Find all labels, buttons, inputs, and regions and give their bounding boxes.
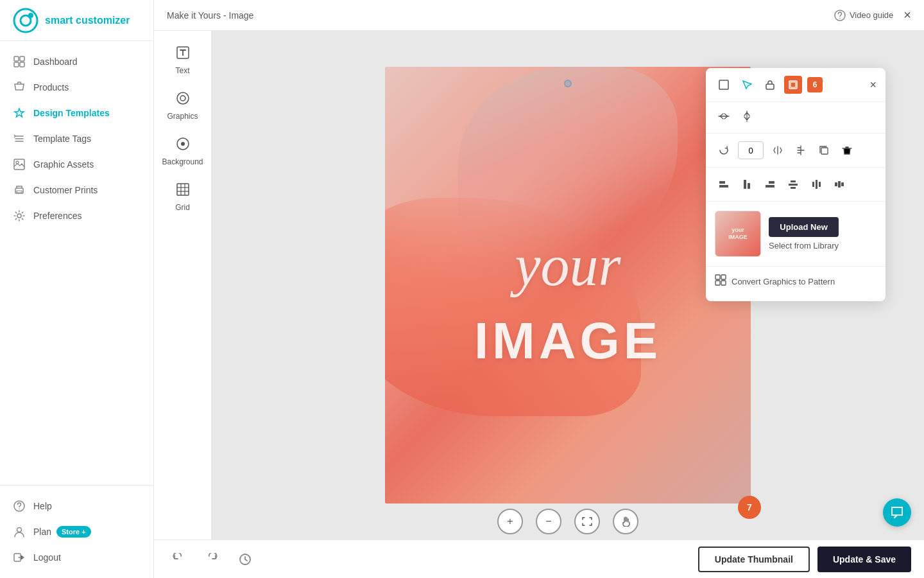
fit-button[interactable] xyxy=(574,509,600,534)
topbar-help[interactable]: Video guide xyxy=(834,10,893,21)
sidebar-nav: Dashboard Products Design Templates Temp… xyxy=(0,41,153,485)
tool-background[interactable]: Background xyxy=(160,130,206,173)
panel-crop-icon[interactable] xyxy=(784,76,802,94)
zoom-in-button[interactable]: + xyxy=(497,509,523,534)
sidebar-item-design-templates[interactable]: Design Templates xyxy=(0,100,153,126)
svg-rect-43 xyxy=(816,180,817,189)
svg-rect-50 xyxy=(715,281,720,285)
help-icon xyxy=(13,500,26,512)
panel-count-badge: 6 xyxy=(807,77,823,92)
svg-rect-6 xyxy=(20,62,24,67)
tools-panel: Text Graphics Background Grid xyxy=(154,31,212,539)
panel-arrows-row xyxy=(706,102,886,130)
panel-rotation-input[interactable] xyxy=(738,141,764,159)
sidebar-item-label: Logout xyxy=(33,552,61,563)
svg-rect-4 xyxy=(20,57,24,61)
panel-align-left-icon[interactable] xyxy=(715,175,733,193)
svg-point-11 xyxy=(17,214,21,218)
canvas-selection-dot xyxy=(564,80,572,87)
floating-panel: 6 × xyxy=(706,68,886,301)
undo-button[interactable] xyxy=(167,548,190,571)
svg-rect-49 xyxy=(721,275,726,279)
bottom-left-buttons xyxy=(167,548,257,571)
panel-align-icon[interactable] xyxy=(792,141,810,159)
plan-icon xyxy=(13,525,26,538)
sidebar-item-products[interactable]: Products xyxy=(0,74,153,100)
sidebar-item-plan[interactable]: Plan Store + xyxy=(0,519,153,545)
graphics-tool-label: Graphics xyxy=(167,112,198,121)
svg-rect-42 xyxy=(812,182,814,187)
topbar: Make it Yours - Image Video guide × xyxy=(154,0,924,31)
sidebar-item-customer-prints[interactable]: Customer Prints xyxy=(0,177,153,203)
panel-vertical-align-icon[interactable] xyxy=(738,107,756,125)
sidebar-item-graphic-assets[interactable]: Graphic Assets xyxy=(0,152,153,177)
svg-rect-48 xyxy=(715,275,720,279)
tool-graphics[interactable]: Graphics xyxy=(160,84,206,127)
sidebar-bottom: Help Plan Store + Logout xyxy=(0,485,153,578)
update-thumbnail-button[interactable]: Update Thumbnail xyxy=(698,547,810,572)
panel-header: 6 × xyxy=(706,68,886,102)
sidebar-item-template-tags[interactable]: Template Tags xyxy=(0,126,153,152)
canvas-container: your IMAGE + − 7 xyxy=(385,67,751,504)
redo-button[interactable] xyxy=(200,548,223,571)
svg-rect-5 xyxy=(14,62,19,67)
topbar-right: Video guide × xyxy=(834,8,911,22)
canvas-bottom-controls: + − xyxy=(497,509,638,534)
canvas-badge-7: 7 xyxy=(738,496,761,519)
background-tool-label: Background xyxy=(162,157,203,166)
svg-rect-36 xyxy=(748,183,750,189)
chat-support-button[interactable] xyxy=(883,498,911,527)
hand-tool-button[interactable] xyxy=(613,509,638,534)
panel-lock-icon[interactable] xyxy=(761,76,779,94)
panel-distribute-icon[interactable] xyxy=(830,175,848,193)
sidebar-item-dashboard[interactable]: Dashboard xyxy=(0,49,153,74)
panel-align-center-icon[interactable] xyxy=(784,175,802,193)
plan-badge[interactable]: Store + xyxy=(56,526,91,538)
panel-align-down-icon[interactable] xyxy=(738,175,756,193)
tool-grid[interactable]: Grid xyxy=(160,175,206,218)
graphics-tool-icon xyxy=(175,91,191,109)
svg-rect-39 xyxy=(791,180,796,182)
select-library-button[interactable]: Select from Library xyxy=(769,241,839,250)
panel-horizontal-flip-icon[interactable] xyxy=(715,107,733,125)
svg-rect-3 xyxy=(14,57,19,61)
panel-mirror-icon[interactable] xyxy=(769,141,787,159)
svg-rect-41 xyxy=(791,187,796,189)
topbar-close-button[interactable]: × xyxy=(903,8,911,22)
canvas-area[interactable]: your IMAGE + − 7 xyxy=(212,31,924,539)
sidebar-logo: smart customizer xyxy=(0,0,153,41)
history-button[interactable] xyxy=(234,548,257,571)
sidebar-item-help[interactable]: Help xyxy=(0,493,153,519)
upload-new-button[interactable]: Upload New xyxy=(769,217,839,237)
svg-rect-37 xyxy=(769,181,774,184)
update-save-button[interactable]: Update & Save xyxy=(817,547,911,572)
sidebar-item-label: Preferences xyxy=(33,211,81,221)
svg-rect-34 xyxy=(719,185,728,188)
svg-point-14 xyxy=(17,528,22,532)
panel-image-actions: Upload New Select from Library xyxy=(769,217,839,250)
sidebar-item-preferences[interactable]: Preferences xyxy=(0,203,153,229)
svg-rect-29 xyxy=(766,84,774,89)
panel-align-middle-icon[interactable] xyxy=(807,175,825,193)
svg-point-22 xyxy=(181,142,185,146)
sidebar-item-logout[interactable]: Logout xyxy=(0,545,153,570)
panel-delete-icon[interactable] xyxy=(838,141,856,159)
panel-convert-pattern[interactable]: Convert Graphics to Pattern xyxy=(706,269,886,293)
panel-image-thumbnail: yourIMAGE xyxy=(715,211,761,257)
canvas-image: your IMAGE xyxy=(385,67,751,504)
panel-frame-icon[interactable] xyxy=(715,76,733,94)
dashboard-icon xyxy=(13,55,26,68)
background-tool-icon xyxy=(175,136,191,155)
panel-rotate-icon[interactable] xyxy=(715,141,733,159)
svg-rect-31 xyxy=(791,82,796,87)
sidebar-item-label: Dashboard xyxy=(33,57,78,67)
panel-align-right-icon[interactable] xyxy=(761,175,779,193)
svg-point-13 xyxy=(19,509,20,510)
panel-close-button[interactable]: × xyxy=(869,78,877,92)
zoom-out-button[interactable]: − xyxy=(536,509,561,534)
sidebar-item-label: Products xyxy=(33,82,69,92)
tool-text[interactable]: Text xyxy=(160,39,206,82)
panel-copy-icon[interactable] xyxy=(815,141,833,159)
panel-select-icon[interactable] xyxy=(738,76,756,94)
svg-rect-47 xyxy=(841,182,844,186)
